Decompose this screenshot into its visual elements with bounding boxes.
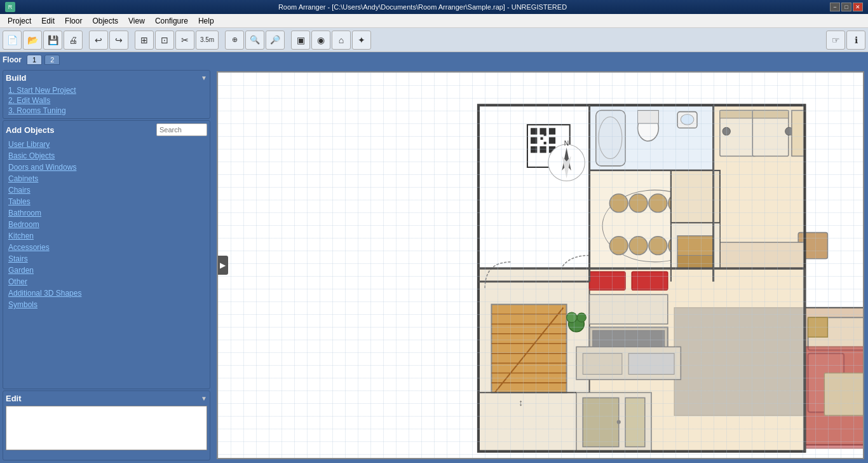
category-cabinets[interactable]: Cabinets (6, 173, 207, 184)
svg-rect-65 (628, 354, 674, 375)
add-objects-section: Add Objects User LibraryBasic ObjectsDoo… (3, 120, 210, 389)
category-stairs[interactable]: Stairs (6, 253, 207, 265)
close-button[interactable]: ✕ (853, 3, 863, 11)
undo-button[interactable]: ↩ (89, 31, 108, 50)
category-accessories[interactable]: Accessories (6, 242, 207, 253)
categories-list: User LibraryBasic ObjectsDoors and Windo… (6, 139, 207, 310)
menu-item-floor[interactable]: Floor (60, 15, 87, 27)
category-basic-objects[interactable]: Basic Objects (6, 150, 207, 162)
print-button[interactable]: 🖨 (64, 31, 83, 50)
redo-button[interactable]: ↪ (109, 31, 128, 50)
svg-rect-73 (549, 128, 555, 134)
svg-point-25 (609, 237, 628, 255)
build-section: Build ▼ 1. Start New Project 2. Edit Wal… (3, 70, 210, 119)
zoom-fit-button[interactable]: ⊕ (225, 31, 244, 50)
svg-rect-67 (583, 398, 618, 447)
svg-text:↕: ↕ (519, 397, 523, 408)
category-bathroom[interactable]: Bathroom (6, 207, 207, 219)
add-objects-header-row: Add Objects (6, 123, 207, 136)
titlebar-title: Room Arranger - [C:\Users\Andy\Documents… (15, 3, 830, 11)
left-panel: Build ▼ 1. Start New Project 2. Edit Wal… (0, 67, 213, 463)
category-tables[interactable]: Tables (6, 196, 207, 207)
house-button[interactable]: ⌂ (332, 31, 351, 50)
category-bedroom[interactable]: Bedroom (6, 219, 207, 230)
edit-arrow: ▼ (201, 395, 207, 402)
floor-tab-2[interactable]: 2 (44, 55, 60, 65)
svg-rect-61 (808, 317, 828, 337)
svg-point-54 (577, 313, 586, 322)
floor-plan-svg: ↕ (218, 73, 863, 458)
svg-point-26 (629, 237, 648, 255)
svg-point-53 (567, 312, 577, 322)
svg-rect-71 (531, 128, 537, 134)
start-new-project-link[interactable]: 1. Start New Project (6, 85, 207, 95)
category-kitchen[interactable]: Kitchen (6, 230, 207, 242)
open-button[interactable]: 📂 (23, 31, 42, 50)
svg-point-14 (722, 127, 730, 135)
floor-canvas[interactable]: ▶ (217, 71, 864, 459)
cursor-button[interactable]: ☞ (826, 31, 845, 50)
expand-panel-button[interactable]: ▶ (217, 256, 228, 275)
category-doors-and-windows[interactable]: Doors and Windows (6, 162, 207, 173)
render-button[interactable]: ✦ (352, 31, 371, 50)
minimize-button[interactable]: − (830, 3, 840, 11)
category-symbols[interactable]: Symbols (6, 299, 207, 310)
titlebar: R Room Arranger - [C:\Users\Andy\Documen… (0, 0, 868, 14)
svg-rect-77 (539, 146, 546, 153)
svg-rect-75 (549, 137, 555, 144)
svg-point-27 (649, 237, 667, 255)
measure-button[interactable]: 3.5m (196, 31, 219, 50)
svg-point-21 (609, 194, 628, 212)
floor-tab-1[interactable]: 1 (27, 55, 42, 65)
svg-rect-79 (541, 137, 543, 140)
svg-rect-64 (583, 354, 622, 375)
floor-bar: Floor 1 2 (0, 52, 868, 67)
menu-item-objects[interactable]: Objects (87, 15, 123, 27)
menu-item-project[interactable]: Project (3, 15, 36, 27)
snap-button[interactable]: ⊡ (155, 31, 174, 50)
search-input[interactable] (156, 123, 207, 136)
svg-rect-80 (544, 134, 546, 136)
view2d-button[interactable]: ▣ (291, 31, 310, 50)
build-title: Build (6, 73, 27, 83)
edit-title: Edit (6, 394, 22, 403)
menu-item-view[interactable]: View (123, 15, 150, 27)
svg-rect-32 (677, 256, 713, 269)
edit-header: Edit ▼ (6, 394, 207, 403)
titlebar-controls: − □ ✕ (830, 3, 863, 11)
rooms-tuning-link[interactable]: 3. Rooms Tuning (6, 106, 207, 116)
svg-rect-74 (531, 137, 537, 144)
cut-button[interactable]: ✂ (175, 31, 194, 50)
svg-rect-2 (596, 111, 625, 166)
maximize-button[interactable]: □ (841, 3, 851, 11)
edit-walls-link[interactable]: 2. Edit Walls (6, 95, 207, 106)
category-garden[interactable]: Garden (6, 265, 207, 276)
category-chairs[interactable]: Chairs (6, 184, 207, 196)
svg-rect-68 (625, 398, 645, 447)
info-button[interactable]: ℹ (846, 31, 865, 50)
svg-rect-60 (824, 373, 863, 415)
svg-point-69 (617, 420, 621, 424)
save-button[interactable]: 💾 (43, 31, 62, 50)
menu-item-configure[interactable]: Configure (150, 15, 193, 27)
svg-rect-13 (752, 111, 788, 118)
view3d-button[interactable]: ◉ (311, 31, 330, 50)
zoom-out-button[interactable]: 🔎 (266, 31, 285, 50)
svg-rect-49 (590, 294, 668, 324)
svg-rect-55 (674, 308, 804, 415)
new-button[interactable]: 📄 (3, 31, 22, 50)
menu-item-help[interactable]: Help (193, 15, 219, 27)
svg-rect-81 (544, 142, 546, 144)
zoom-in-button[interactable]: 🔍 (245, 31, 264, 50)
main-layout: Build ▼ 1. Start New Project 2. Edit Wal… (0, 67, 868, 463)
grid-button[interactable]: ⊞ (135, 31, 154, 50)
category-user-library[interactable]: User Library (6, 139, 207, 150)
menu-item-edit[interactable]: Edit (36, 15, 60, 27)
svg-rect-11 (720, 111, 756, 118)
category-additional-3d-shapes[interactable]: Additional 3D Shapes (6, 287, 207, 299)
category-other[interactable]: Other (6, 276, 207, 287)
svg-rect-48 (632, 272, 667, 290)
menubar: ProjectEditFloorObjectsViewConfigureHelp (0, 14, 868, 28)
edit-area (6, 406, 207, 450)
svg-rect-5 (638, 111, 659, 124)
